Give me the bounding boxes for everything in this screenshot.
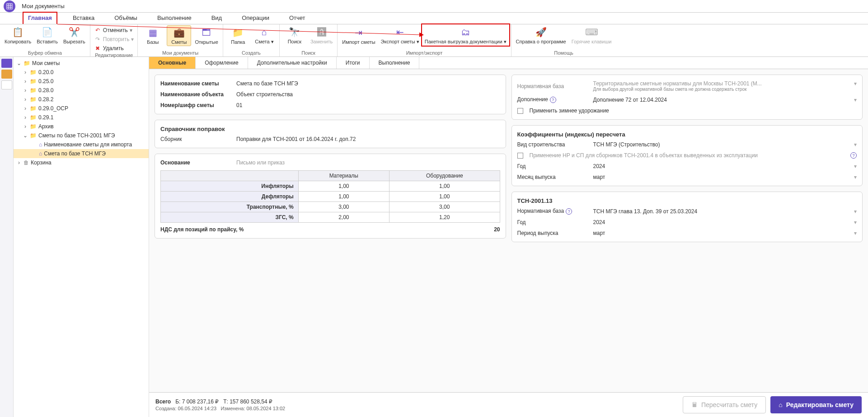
- winter-checkbox[interactable]: [517, 108, 523, 114]
- tab-totals[interactable]: Итоги: [337, 57, 370, 69]
- name-value[interactable]: Смета по базе ТСН МГЭ: [236, 80, 500, 87]
- tree-node[interactable]: ›📁0.20.0: [14, 68, 149, 77]
- search-button[interactable]: 🔭Поиск: [282, 25, 307, 45]
- delete-button[interactable]: ✖Удалить: [93, 44, 135, 52]
- year-value[interactable]: 2024: [593, 163, 851, 169]
- tree-node[interactable]: ›🗑Корзина: [14, 158, 149, 167]
- tree-node[interactable]: ⌄📁Сметы по базе ТСН-2001 МГЭ: [14, 131, 149, 140]
- tree-arrow-icon[interactable]: ⌄: [16, 60, 22, 66]
- menu-view[interactable]: Вид: [207, 13, 227, 24]
- p13-value[interactable]: март: [593, 230, 851, 236]
- cell[interactable]: 2,00: [298, 212, 389, 223]
- folder-icon: 📁: [30, 132, 37, 139]
- chevron-down-icon[interactable]: ▾: [854, 230, 857, 236]
- nds-value[interactable]: 20: [494, 226, 500, 233]
- tree-node[interactable]: ›📁0.29.1: [14, 113, 149, 122]
- tree-arrow-icon[interactable]: ›: [23, 96, 28, 103]
- cell[interactable]: 3,00: [298, 202, 389, 212]
- tab-main[interactable]: Основные: [149, 57, 196, 69]
- cell[interactable]: 1,00: [298, 181, 389, 192]
- tree-arrow-icon[interactable]: ›: [23, 114, 28, 121]
- tree-node[interactable]: ›📁0.28.0: [14, 86, 149, 95]
- tab-format[interactable]: Оформление: [196, 57, 248, 69]
- chevron-down-icon[interactable]: ▾: [854, 219, 857, 225]
- nb13-value[interactable]: ТСН МГЭ глава 13. Доп. 39 от 25.03.2024: [593, 208, 851, 215]
- osn-label: Основание: [160, 159, 233, 166]
- obj-value[interactable]: Объект строительства: [236, 91, 500, 98]
- tree-arrow-icon[interactable]: ⌄: [23, 132, 28, 139]
- chevron-down-icon[interactable]: ▾: [854, 97, 857, 103]
- hotkeys-button[interactable]: ⌨Горячие клавиши: [570, 25, 614, 45]
- chevron-down-icon[interactable]: ▾: [854, 141, 857, 148]
- tree-arrow-icon[interactable]: ›: [23, 69, 28, 75]
- tree-arrow-icon[interactable]: ›: [23, 105, 28, 112]
- tree-arrow-icon[interactable]: ›: [16, 159, 22, 166]
- redo-button[interactable]: ↷Повторить ▾: [93, 35, 135, 43]
- group-ie-label: Импорт/экспорт: [340, 50, 508, 56]
- nb-value[interactable]: Территориальные сметные нормативы для Мо…: [593, 80, 854, 87]
- recalc-button[interactable]: 🖩Пересчитать смету: [683, 396, 766, 413]
- batch-export-button[interactable]: 🗂Пакетная выгрузка документации ▾: [423, 25, 508, 46]
- folder-button[interactable]: 📁Папка: [226, 26, 250, 46]
- estimates-button[interactable]: 💼Сметы: [167, 25, 191, 46]
- about-button[interactable]: 🚀Справка о программе: [514, 25, 568, 45]
- menu-report[interactable]: Отчет: [285, 13, 310, 24]
- edit-button[interactable]: ⌂Редактировать смету: [770, 396, 862, 413]
- rocket-icon: 🚀: [535, 26, 547, 38]
- tree-node[interactable]: ⌂Наименование сметы для импорта: [14, 140, 149, 149]
- paste-button[interactable]: 📄Вставить: [35, 25, 60, 45]
- cell[interactable]: 3,00: [389, 202, 500, 212]
- chevron-down-icon[interactable]: ▾: [854, 163, 857, 169]
- replace-button[interactable]: 🅰Заменить: [309, 25, 334, 45]
- chevron-down-icon[interactable]: ▾: [854, 174, 857, 180]
- undo-button[interactable]: ↶Отменить ▾: [93, 26, 135, 34]
- menu-insert[interactable]: Вставка: [68, 13, 99, 24]
- tree-node[interactable]: ›📁0.28.2: [14, 95, 149, 104]
- y13-value[interactable]: 2024: [593, 219, 851, 225]
- menu-execution[interactable]: Выполнение: [153, 13, 196, 24]
- help-icon[interactable]: ?: [850, 152, 857, 159]
- cell[interactable]: 1,20: [389, 212, 500, 223]
- strip-btn-1[interactable]: [1, 59, 12, 68]
- ribbon-group-edit: ↶Отменить ▾ ↷Повторить ▾ ✖Удалить Редакт…: [90, 24, 138, 56]
- cut-button[interactable]: ✂️Вырезать: [61, 25, 87, 45]
- menu-main[interactable]: Главная: [23, 12, 57, 24]
- month-value[interactable]: март: [593, 174, 851, 180]
- strip-btn-3[interactable]: [1, 80, 12, 89]
- cell[interactable]: 1,00: [298, 192, 389, 202]
- copy-button[interactable]: 📋Копировать: [3, 25, 33, 45]
- content: Наименование сметыСмета по базе ТСН МГЭ …: [149, 69, 868, 392]
- cell[interactable]: 1,00: [389, 192, 500, 202]
- sb-value[interactable]: Поправки для ТСН-2001 от 16.04.2024 г. д…: [236, 136, 500, 142]
- tab-settings[interactable]: Дополнительные настройки: [248, 57, 337, 69]
- osn-placeholder[interactable]: Письмо или приказ: [236, 159, 500, 166]
- coef-table: МатериалыОборудование Инфляторы1,001,00 …: [160, 170, 500, 223]
- tree-node[interactable]: ›📁0.25.0: [14, 77, 149, 86]
- tree-node[interactable]: ›📁Архив: [14, 122, 149, 131]
- menu-operations[interactable]: Операции: [237, 13, 274, 24]
- num-value[interactable]: 01: [236, 102, 500, 108]
- tab-exec[interactable]: Выполнение: [370, 57, 420, 69]
- tree-arrow-icon[interactable]: ›: [23, 123, 28, 130]
- tree-node[interactable]: ⌂Смета по базе ТСН МГЭ: [14, 149, 149, 158]
- chevron-down-icon[interactable]: ▾: [854, 208, 857, 215]
- chevron-down-icon[interactable]: ▾: [854, 80, 857, 87]
- tree-arrow-icon[interactable]: ›: [23, 87, 28, 94]
- tree-arrow-icon[interactable]: ›: [23, 78, 28, 84]
- cell[interactable]: 1,00: [389, 181, 500, 192]
- menu-volumes[interactable]: Объёмы: [110, 13, 142, 24]
- estimate-new-button[interactable]: ⌂Смета ▾: [252, 25, 277, 46]
- help-icon[interactable]: ?: [550, 97, 556, 103]
- open-button[interactable]: 🗔Открытые: [193, 26, 220, 46]
- help-icon[interactable]: ?: [566, 208, 572, 215]
- vs-value[interactable]: ТСН МГЭ (Строительство): [593, 141, 851, 148]
- strip-btn-2[interactable]: [1, 70, 12, 79]
- bases-button[interactable]: ▦Базы: [141, 26, 165, 46]
- dop-value[interactable]: Дополнение 72 от 12.04.2024: [593, 97, 851, 103]
- tree-node[interactable]: ⌄📁Мои сметы: [14, 59, 149, 68]
- tree-node[interactable]: ›📁0.29.0_ОСР: [14, 104, 149, 113]
- delete-icon: ✖: [94, 45, 101, 52]
- import-button[interactable]: ⇥Импорт сметы: [340, 26, 377, 46]
- nr-checkbox[interactable]: [517, 153, 523, 159]
- export-button[interactable]: ⇤Экспорт сметы ▾: [379, 25, 421, 46]
